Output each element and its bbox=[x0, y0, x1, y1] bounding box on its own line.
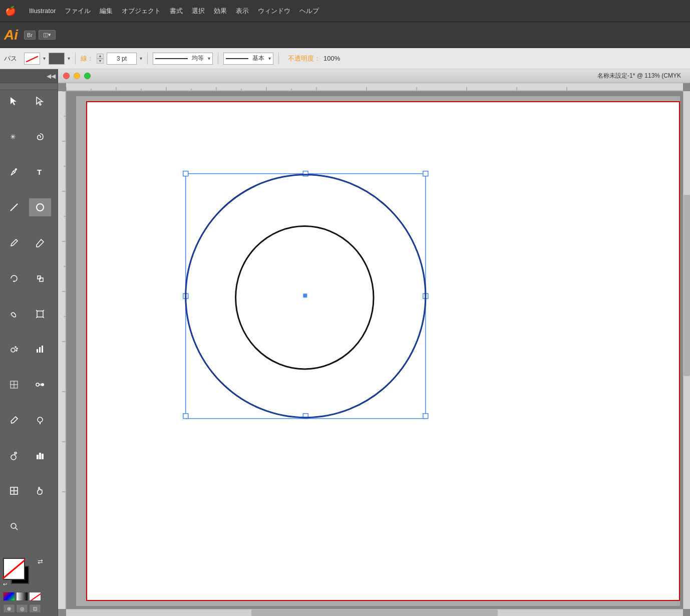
profile-select[interactable]: 基本 ▾ bbox=[223, 53, 273, 65]
svg-line-5 bbox=[11, 204, 18, 211]
measure-tool[interactable] bbox=[29, 411, 51, 429]
svg-rect-85 bbox=[303, 293, 307, 297]
no-fill-button[interactable] bbox=[29, 592, 41, 601]
document-title: 名称未設定-1* @ 113% (CMYK bbox=[95, 72, 681, 80]
menu-effect[interactable]: 効果 bbox=[214, 7, 227, 16]
hand-tool[interactable] bbox=[29, 482, 51, 500]
type-tool[interactable]: T bbox=[29, 163, 51, 181]
bar-chart-tool[interactable] bbox=[29, 447, 51, 465]
svg-text:T: T bbox=[37, 168, 42, 176]
menu-bar: 🍎 Illustrator ファイル 編集 オブジェクト 書式 選択 効果 表示… bbox=[0, 0, 690, 22]
ruler-left bbox=[58, 91, 66, 609]
selection-tool[interactable] bbox=[3, 92, 25, 110]
tools-panel: ◀◀ ✳ T bbox=[0, 69, 58, 616]
svg-text:✳: ✳ bbox=[10, 133, 16, 141]
view-mode-button[interactable]: ◎ bbox=[16, 604, 28, 613]
menu-edit[interactable]: 編集 bbox=[100, 7, 113, 16]
svg-line-41 bbox=[16, 528, 18, 530]
spinner-up[interactable]: ▲ bbox=[97, 54, 104, 59]
main-area: ◀◀ ✳ T bbox=[0, 69, 690, 616]
minimize-button[interactable] bbox=[74, 73, 80, 79]
lasso-tool[interactable] bbox=[29, 128, 51, 146]
warp-tool[interactable] bbox=[3, 305, 25, 323]
fill-color-swatch[interactable] bbox=[49, 53, 65, 65]
spray-can-tool[interactable] bbox=[3, 447, 25, 465]
pencil-tool[interactable] bbox=[29, 234, 51, 252]
zoom-tool[interactable] bbox=[3, 517, 25, 535]
scrollbar-vertical[interactable] bbox=[683, 91, 690, 609]
ruler-top bbox=[66, 83, 683, 91]
svg-rect-7 bbox=[38, 276, 41, 279]
menu-object[interactable]: オブジェクト bbox=[122, 7, 161, 16]
line-tool[interactable] bbox=[3, 198, 25, 216]
direct-selection-tool[interactable] bbox=[29, 92, 51, 110]
collapse-sidebar-button[interactable]: ◀◀ bbox=[47, 73, 56, 80]
mesh-tool[interactable] bbox=[3, 376, 25, 394]
svg-line-11 bbox=[43, 310, 44, 311]
slice-tool[interactable] bbox=[3, 482, 25, 500]
menu-illustrator[interactable]: Illustrator bbox=[29, 7, 56, 15]
svg-point-15 bbox=[15, 347, 16, 348]
stroke-weight-dropdown[interactable]: ▾ bbox=[140, 56, 142, 61]
blend-tool[interactable] bbox=[29, 376, 51, 394]
profile-arrow[interactable]: ▾ bbox=[268, 56, 271, 61]
stroke-weight-spinner[interactable]: ▲ ▼ bbox=[97, 54, 104, 64]
ai-logo: Ai bbox=[4, 28, 18, 42]
stroke-weight-input[interactable] bbox=[107, 53, 137, 65]
svg-point-6 bbox=[37, 204, 44, 211]
free-transform-tool[interactable] bbox=[29, 305, 51, 323]
scroll-thumb-v[interactable] bbox=[683, 195, 690, 376]
change-screen-mode[interactable]: ⊡ bbox=[29, 604, 41, 613]
svg-line-28 bbox=[16, 417, 18, 419]
maximize-button[interactable] bbox=[84, 73, 91, 79]
line-style-arrow[interactable]: ▾ bbox=[208, 56, 210, 61]
menu-view[interactable]: 表示 bbox=[236, 7, 249, 16]
close-button[interactable] bbox=[63, 73, 70, 79]
eyedropper-tool[interactable] bbox=[3, 411, 25, 429]
kihon-label: 基本 bbox=[252, 54, 264, 63]
svg-point-14 bbox=[11, 348, 15, 352]
fill-dropdown-arrow[interactable]: ▾ bbox=[68, 56, 70, 61]
svg-point-29 bbox=[38, 417, 43, 422]
spinner-down[interactable]: ▼ bbox=[97, 59, 104, 64]
bridge-button[interactable]: Br bbox=[24, 31, 36, 40]
scale-tool[interactable] bbox=[29, 269, 51, 287]
color-controls: ⇄ ↩ ⊕ ◎ ⊡ bbox=[0, 555, 58, 616]
canvas-area[interactable]: 名称未設定-1* @ 113% (CMYK bbox=[58, 69, 690, 616]
workspace-button[interactable]: ◫▾ bbox=[39, 30, 56, 40]
line-style-select[interactable]: 均等 ▾ bbox=[153, 53, 213, 65]
options-bar: パス ▾ ▾ 線： ▲ ▼ ▾ 均等 ▾ 基本 ▾ 不透明度： 100% bbox=[0, 48, 690, 69]
fill-swatch-fg[interactable] bbox=[3, 558, 25, 580]
svg-point-16 bbox=[17, 348, 18, 349]
symbol-spray-tool[interactable] bbox=[3, 340, 25, 358]
separator1 bbox=[75, 53, 76, 65]
apple-menu[interactable]: 🍎 bbox=[5, 6, 16, 17]
swap-colors-button[interactable]: ⇄ bbox=[38, 558, 43, 565]
svg-point-24 bbox=[36, 383, 39, 386]
color-mode-button[interactable] bbox=[3, 592, 15, 601]
brush-tool[interactable] bbox=[3, 234, 25, 252]
shapes-canvas[interactable] bbox=[86, 101, 680, 601]
scrollbar-horizontal[interactable] bbox=[66, 609, 683, 616]
menu-select[interactable]: 選択 bbox=[192, 7, 205, 16]
svg-line-10 bbox=[36, 310, 37, 311]
svg-point-40 bbox=[11, 523, 16, 528]
rotate-tool[interactable] bbox=[3, 269, 25, 287]
graph-tool[interactable] bbox=[29, 340, 51, 358]
stroke-color-swatch[interactable] bbox=[24, 53, 40, 65]
svg-rect-20 bbox=[42, 346, 43, 353]
pen-tool[interactable] bbox=[3, 163, 25, 181]
add-anchor-tool[interactable]: ⊕ bbox=[3, 604, 15, 613]
scroll-thumb-h[interactable] bbox=[251, 609, 498, 616]
ellipse-tool[interactable] bbox=[29, 198, 51, 216]
menu-window[interactable]: ウィンドウ bbox=[258, 7, 290, 16]
gradient-mode-button[interactable] bbox=[16, 592, 28, 601]
menu-file[interactable]: ファイル bbox=[65, 7, 91, 16]
reset-colors-button[interactable]: ↩ bbox=[3, 581, 7, 587]
magic-wand-tool[interactable]: ✳ bbox=[3, 128, 25, 146]
document-canvas[interactable] bbox=[66, 91, 690, 616]
stroke-dropdown-arrow[interactable]: ▾ bbox=[43, 56, 46, 61]
menu-type[interactable]: 書式 bbox=[170, 7, 183, 16]
kitsu-label: 均等 bbox=[192, 54, 204, 63]
menu-help[interactable]: ヘルプ bbox=[299, 7, 319, 16]
